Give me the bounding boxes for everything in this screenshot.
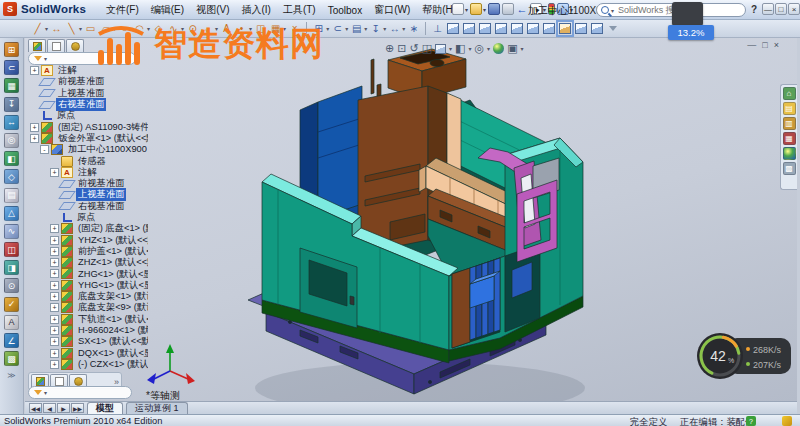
- interference-detection-icon[interactable]: ◫: [4, 242, 19, 257]
- show-hidden-icon[interactable]: ◎: [4, 133, 19, 148]
- text-icon[interactable]: A: [219, 21, 234, 36]
- tab-properties[interactable]: [47, 39, 65, 52]
- expand-toggle[interactable]: +: [50, 303, 59, 312]
- section-properties-icon[interactable]: ▩: [4, 351, 19, 366]
- expand-toggle[interactable]: +: [50, 292, 59, 301]
- more-tools-chevron-icon[interactable]: ≫: [7, 371, 15, 380]
- menu-0[interactable]: 文件(F): [100, 3, 145, 17]
- tree-item[interactable]: +(-) CZX<1> (默认<显: [28, 359, 148, 370]
- expand-toggle[interactable]: +: [50, 337, 59, 346]
- scene-icon[interactable]: ▣: [507, 42, 517, 55]
- close-button[interactable]: ×: [788, 3, 800, 15]
- tree-filter-secondary[interactable]: ▾: [28, 386, 132, 399]
- file-explorer-icon[interactable]: ▥: [783, 117, 796, 130]
- expand-toggle[interactable]: +: [50, 224, 59, 233]
- menu-1[interactable]: 编辑(E): [145, 3, 190, 17]
- sketch-icon[interactable]: ╱: [30, 21, 45, 36]
- doc-restore-button[interactable]: □: [762, 40, 767, 50]
- pattern-icon[interactable]: ▦: [268, 21, 283, 36]
- expand-toggle[interactable]: +: [30, 134, 39, 143]
- quick-new-button[interactable]: ▾: [452, 3, 468, 15]
- assembly-features-icon[interactable]: ◧: [4, 151, 19, 166]
- polygon-icon[interactable]: ◇: [151, 21, 166, 36]
- linear-pattern-icon[interactable]: ▦: [4, 78, 19, 93]
- filter-icon[interactable]: [609, 26, 617, 31]
- move-component-icon[interactable]: ↔: [387, 21, 402, 36]
- insert-component-icon[interactable]: ⊞: [4, 42, 19, 57]
- exploded-view-icon[interactable]: △: [4, 206, 19, 221]
- view-orientation-icon[interactable]: [435, 44, 446, 54]
- mate-icon[interactable]: ⊂: [330, 21, 345, 36]
- mate-icon[interactable]: ⊂: [4, 60, 19, 75]
- mirror-icon[interactable]: ◫: [253, 21, 268, 36]
- section-view-icon[interactable]: ◫: [422, 42, 432, 55]
- explode-sketch-icon[interactable]: ∿: [4, 224, 19, 239]
- design-library-icon[interactable]: ▤: [783, 102, 796, 115]
- view-back-button[interactable]: [479, 23, 491, 34]
- expand-toggle[interactable]: +: [30, 123, 39, 132]
- smart-fasteners-icon[interactable]: ↧: [4, 97, 19, 112]
- view-trimetric-button[interactable]: [575, 23, 587, 34]
- expand-toggle[interactable]: +: [30, 66, 39, 75]
- arc-icon[interactable]: ◠: [132, 21, 147, 36]
- tab-motion-study[interactable]: 运动算例 1: [126, 402, 188, 414]
- menu-3[interactable]: 插入(I): [235, 3, 276, 17]
- display-style-icon[interactable]: ◧: [455, 42, 465, 55]
- chevron-down-icon[interactable]: ▾: [44, 389, 47, 396]
- ellipse-icon[interactable]: ⊙: [185, 21, 200, 36]
- edit-sketch-icon[interactable]: [782, 416, 792, 426]
- tab-features[interactable]: [28, 39, 46, 52]
- expand-toggle[interactable]: +: [50, 168, 59, 177]
- view-isometric-button[interactable]: [559, 23, 571, 34]
- view-bottom-button[interactable]: [543, 23, 555, 34]
- doc-minimize-button[interactable]: —: [747, 40, 756, 50]
- menu-2[interactable]: 视图(V): [190, 3, 235, 17]
- smart-fastener-icon[interactable]: ↧: [368, 21, 383, 36]
- quick-open-button[interactable]: ▾: [470, 3, 486, 15]
- bom-icon[interactable]: ▤: [4, 188, 19, 203]
- resources-icon[interactable]: ⌂: [783, 87, 796, 100]
- reference-geometry-icon[interactable]: ◇: [4, 169, 19, 184]
- expand-toggle[interactable]: +: [50, 247, 59, 256]
- expand-toggle[interactable]: +: [50, 349, 59, 358]
- motion-nav-3[interactable]: ▶▶: [71, 403, 84, 413]
- expand-toggle[interactable]: +: [50, 269, 59, 278]
- tab-model[interactable]: 模型: [87, 402, 123, 414]
- expand-toggle[interactable]: +: [50, 315, 59, 324]
- previous-view-icon[interactable]: ↺: [409, 42, 418, 55]
- anchor-icon[interactable]: ⊥: [430, 21, 445, 36]
- spell-check-icon[interactable]: A: [4, 315, 19, 330]
- quick-save-button[interactable]: [488, 3, 500, 15]
- rectangle-icon[interactable]: ▭: [83, 21, 98, 36]
- spline-icon[interactable]: ∿: [166, 21, 181, 36]
- line-icon[interactable]: ╲: [64, 21, 79, 36]
- view-normal-to-button[interactable]: [447, 23, 459, 34]
- measure-icon[interactable]: ∠: [4, 333, 19, 348]
- move-component-icon[interactable]: ↔: [4, 115, 19, 130]
- view-front-button[interactable]: [463, 23, 475, 34]
- menu-4[interactable]: 工具(T): [277, 3, 322, 17]
- quick-undo-button[interactable]: ←: [516, 3, 528, 15]
- menu-6[interactable]: 窗口(W): [368, 3, 416, 17]
- appearance-gear-icon[interactable]: ∗: [406, 21, 421, 36]
- motion-nav-0[interactable]: ◀◀: [29, 403, 42, 413]
- view-left-button[interactable]: [495, 23, 507, 34]
- doc-close-button[interactable]: ×: [774, 40, 779, 50]
- smart-dimension-icon[interactable]: ↔: [49, 21, 64, 36]
- chevron-down-icon[interactable]: ▾: [611, 7, 614, 14]
- motion-nav-1[interactable]: ◀: [43, 403, 56, 413]
- edit-appearance-icon[interactable]: [493, 43, 504, 54]
- hide-show-items-icon[interactable]: ◎: [475, 42, 485, 55]
- view-dimetric-button[interactable]: [591, 23, 603, 34]
- trim-icon[interactable]: ×: [287, 21, 302, 36]
- search-box[interactable]: ▾: [596, 3, 746, 17]
- insert-component-icon[interactable]: ⊞: [311, 21, 326, 36]
- expand-toggle[interactable]: +: [50, 281, 59, 290]
- tree-filter[interactable]: ▾: [28, 52, 136, 65]
- view-right-button[interactable]: [511, 23, 523, 34]
- tree-item[interactable]: 右视基准面: [28, 99, 148, 110]
- zoom-area-icon[interactable]: ⊡: [397, 42, 406, 55]
- help-button[interactable]: ?: [751, 4, 757, 15]
- hole-alignment-icon[interactable]: ⊙: [4, 278, 19, 293]
- expand-toggle[interactable]: +: [50, 326, 59, 335]
